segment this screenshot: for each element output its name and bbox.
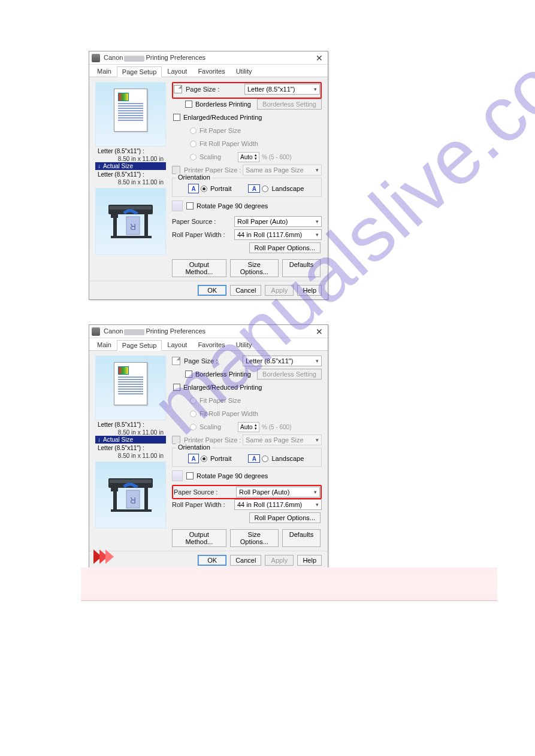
page-size-select[interactable]: Letter (8.5"x11")▾ [243,356,322,366]
landscape-label: Landscape [271,455,304,462]
page-preview [95,82,166,147]
chevron-down-icon: ▾ [316,502,319,508]
scaling-input: Auto▴▾ [238,422,259,432]
fit-paper-size-radio [190,397,197,404]
app-icon [92,54,100,62]
important-note-band [81,567,497,601]
fit-paper-size-label: Fit Paper Size [200,397,241,404]
chevron-down-icon: ▾ [316,232,319,238]
chevron-down-icon: ▾ [316,437,319,443]
landscape-radio[interactable] [262,186,268,192]
titlebar: CanonPrinting Preferences ✕ [89,51,328,65]
svg-rect-12 [144,488,148,509]
borderless-label: Borderless Printing [195,101,251,108]
defaults-button[interactable]: Defaults [282,529,321,547]
tab-layout[interactable]: Layout [162,339,192,350]
portrait-radio[interactable] [201,186,207,192]
help-button[interactable]: Help [297,285,322,296]
preview-actual-size-bar: ↓Actual Size [95,436,166,444]
cancel-button[interactable]: Cancel [230,285,261,296]
borderless-label: Borderless Printing [195,371,251,378]
chevron-down-icon: ▾ [314,86,317,92]
size-options-button[interactable]: Size Options... [230,259,279,277]
landscape-icon: A [248,454,260,463]
svg-rect-11 [113,488,117,509]
defaults-button[interactable]: Defaults [282,259,321,277]
rotate-checkbox[interactable] [186,202,194,210]
page-size-highlight: Page Size : Letter (8.5"x11")▾ [172,82,322,99]
roll-paper-options-button[interactable]: Roll Paper Options... [249,242,321,253]
preview-info-page-dim: 8.50 in x 11.00 in [95,156,166,162]
roll-paper-options-button[interactable]: Roll Paper Options... [249,512,321,523]
borderless-checkbox[interactable] [185,101,192,108]
enlarged-label: Enlarged/Reduced Printing [183,384,262,391]
paper-source-highlight: Paper Source : Roll Paper (Auto)▾ [172,485,322,499]
enlarged-checkbox[interactable] [173,384,180,391]
page-size-label: Page Size : [186,86,244,93]
preview-actual-size-bar: ↓Actual Size [95,162,166,170]
chevron-down-icon: ▾ [316,358,319,364]
printer-paper-size-label: Printer Paper Size : [184,166,243,174]
page-size-label: Page Size : [184,357,243,365]
tab-page-setup[interactable]: Page Setup [117,340,162,351]
printer-icon: R [104,198,158,245]
tab-main[interactable]: Main [92,66,117,77]
close-icon[interactable]: ✕ [313,53,325,63]
enlarged-label: Enlarged/Reduced Printing [183,114,262,121]
ok-button[interactable]: OK [198,285,226,296]
window-title: CanonPrinting Preferences [104,54,313,61]
scaling-radio [190,154,197,160]
fit-paper-size-label: Fit Paper Size [200,127,241,134]
page-preview [95,356,166,420]
printer-paper-size-label: Printer Paper Size : [184,436,243,444]
borderless-setting-button: Borderless Setting [257,99,322,110]
app-icon [92,327,100,336]
landscape-label: Landscape [271,185,304,192]
roll-width-select[interactable]: 44 in Roll (1117.6mm)▾ [234,499,322,510]
output-method-button[interactable]: Output Method... [172,529,226,547]
preview-info-page: Letter (8.5"x11") : [95,147,166,156]
borderless-setting-button: Borderless Setting [257,369,322,379]
landscape-radio[interactable] [262,456,268,462]
ok-button[interactable]: OK [198,555,226,566]
tab-favorites[interactable]: Favorites [192,66,230,77]
tab-main[interactable]: Main [92,339,117,350]
paper-source-select[interactable]: Roll Paper (Auto)▾ [234,216,322,227]
borderless-checkbox[interactable] [185,371,192,378]
tab-utility[interactable]: Utility [231,66,258,77]
tab-layout[interactable]: Layout [162,66,192,77]
printer-page-icon [172,166,180,174]
portrait-icon: A [188,454,199,463]
svg-text:R: R [130,222,136,232]
roll-width-select[interactable]: 44 in Roll (1117.6mm)▾ [234,229,322,240]
enlarged-checkbox[interactable] [173,114,180,121]
svg-rect-4 [144,214,148,236]
output-method-button[interactable]: Output Method... [172,259,226,277]
svg-rect-3 [113,214,117,236]
portrait-label: Portrait [210,455,231,462]
rotate-checkbox[interactable] [186,472,194,479]
fit-roll-width-radio [190,411,197,417]
portrait-radio[interactable] [201,456,207,462]
page-size-select[interactable]: Letter (8.5"x11")▾ [244,84,320,95]
paper-source-select[interactable]: Roll Paper (Auto)▾ [236,487,320,497]
scaling-label: Scaling [200,423,238,430]
tab-bar: Main Page Setup Layout Favorites Utility [89,338,328,351]
close-icon[interactable]: ✕ [313,327,325,336]
tab-page-setup[interactable]: Page Setup [117,66,162,77]
svg-rect-13 [111,509,152,512]
printer-page-icon [172,436,180,444]
tab-utility[interactable]: Utility [231,339,258,350]
help-button[interactable]: Help [297,555,322,566]
window-title: CanonPrinting Preferences [104,327,313,335]
cancel-button[interactable]: Cancel [230,555,261,566]
size-options-button[interactable]: Size Options... [230,529,279,547]
scaling-label: Scaling [200,153,238,160]
paper-source-label: Paper Source : [172,218,234,225]
preview-info-paper-dim: 8.50 in x 11.00 in [95,179,166,186]
tab-favorites[interactable]: Favorites [192,339,230,350]
scaling-range: % (5 - 600) [262,154,291,160]
printer-paper-size-select: Same as Page Size▾ [243,165,322,175]
portrait-label: Portrait [210,185,231,192]
chevron-down-icon: ▾ [314,489,317,495]
